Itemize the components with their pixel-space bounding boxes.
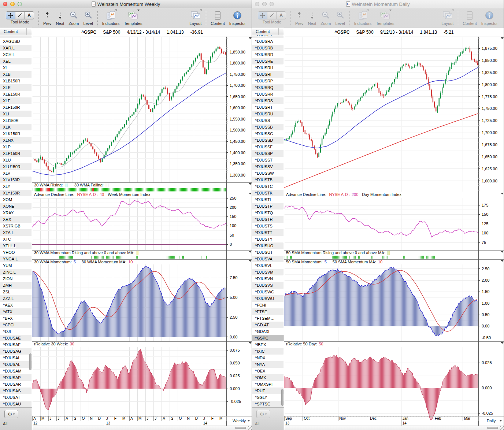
symbol-list[interactable]: ^XAGUSDXAR.LXCH.LXELXLXLBXLB150RXLEXLE15… bbox=[0, 35, 32, 407]
window-resize-grip[interactable] bbox=[248, 426, 252, 430]
symbol-row[interactable]: ZMH bbox=[0, 282, 32, 289]
symbol-row[interactable]: XLI bbox=[0, 111, 32, 117]
symbol-row[interactable]: ^DJUSAP bbox=[0, 374, 32, 381]
symbol-row[interactable]: XLF150R bbox=[0, 104, 32, 111]
horizontal-scrollbar[interactable] bbox=[284, 426, 504, 430]
symbol-row[interactable]: ^DJUSTL bbox=[252, 196, 284, 203]
chart-canvas[interactable]: 1,850.001,800.001,750.001,700.001,650.00… bbox=[32, 37, 252, 426]
symbol-row[interactable]: ^DJUSUT bbox=[252, 249, 284, 256]
symbol-row[interactable]: ^OMXSPI bbox=[252, 381, 284, 388]
tool-move-button[interactable] bbox=[258, 12, 267, 19]
symbol-row[interactable]: XCH.L bbox=[0, 51, 32, 58]
pane-menu-caret[interactable] bbox=[501, 251, 504, 253]
symbol-row[interactable]: ^GDAXI bbox=[252, 328, 284, 335]
symbol-row[interactable]: ^RUT bbox=[252, 388, 284, 394]
tool-text-button[interactable]: A bbox=[25, 12, 34, 19]
next-button[interactable]: Next bbox=[56, 10, 64, 26]
symbol-row[interactable]: ^DJUSAM bbox=[0, 368, 32, 374]
symbol-row[interactable]: XLB150R bbox=[0, 78, 32, 84]
symbol-row[interactable]: ^DJUSVN bbox=[252, 275, 284, 282]
symbol-row[interactable]: XLV150R bbox=[0, 177, 32, 183]
symbol-row[interactable]: ^OEX bbox=[252, 368, 284, 374]
inspector-button[interactable]: Inspector bbox=[229, 10, 246, 26]
indicators-button[interactable]: Indicators bbox=[102, 10, 120, 26]
symbol-row[interactable]: ^ATX bbox=[0, 308, 32, 315]
symbol-row[interactable]: ^SPTSC bbox=[252, 401, 284, 407]
symbol-row[interactable]: XLI150R bbox=[0, 117, 32, 124]
symbol-row[interactable]: YUM bbox=[0, 262, 32, 269]
symbol-row[interactable]: ^DJUSVL bbox=[252, 262, 284, 269]
symbol-row[interactable]: XLE150R bbox=[0, 91, 32, 97]
layout-button[interactable]: Layout bbox=[441, 10, 453, 26]
pane-menu-caret[interactable] bbox=[501, 342, 504, 344]
layout-button[interactable]: Layout bbox=[189, 10, 201, 26]
symbol-row[interactable]: ^SGLY bbox=[252, 394, 284, 401]
symbol-row[interactable]: ^DJUSTY bbox=[252, 236, 284, 242]
symbol-row[interactable]: XLP bbox=[0, 144, 32, 150]
action-menu-button[interactable]: ⚙ bbox=[256, 410, 270, 418]
symbol-row[interactable]: ^DJUSRD bbox=[252, 51, 284, 58]
title-bar[interactable]: Weinstein Momentum Daily bbox=[252, 0, 504, 8]
symbol-row[interactable]: XLP150R bbox=[0, 150, 32, 157]
symbol-row[interactable]: ^DJUSRQ bbox=[252, 84, 284, 91]
symbol-row[interactable]: ^DJUSSC bbox=[252, 130, 284, 137]
symbol-row[interactable]: ^DJUSSW bbox=[252, 170, 284, 177]
symbol-row[interactable]: ^DJUSPT bbox=[252, 35, 284, 38]
templates-button[interactable]: Templates bbox=[376, 10, 394, 26]
zoom-out-button[interactable]: Zoom bbox=[320, 10, 331, 26]
timeframe-dropdown[interactable]: Daily bbox=[479, 416, 504, 425]
symbol-row[interactable]: ^DJUSSV bbox=[252, 163, 284, 170]
symbol-row[interactable]: XRX bbox=[0, 216, 32, 223]
symbol-row[interactable]: ^DJUSAS bbox=[0, 388, 32, 394]
pane-menu-caret[interactable] bbox=[249, 183, 252, 185]
symbol-row[interactable]: ^BFX bbox=[0, 315, 32, 322]
sidebar-header[interactable]: Content bbox=[252, 28, 284, 35]
pane-menu-caret[interactable] bbox=[501, 193, 504, 194]
symbol-row[interactable]: ^DJUSTR bbox=[252, 216, 284, 223]
symbol-row[interactable]: ZZZ.L bbox=[0, 295, 32, 302]
symbol-row[interactable]: ZINC.L bbox=[0, 269, 32, 275]
symbol-row[interactable]: ^DJUSSD bbox=[252, 137, 284, 144]
pane-menu-caret[interactable] bbox=[249, 342, 252, 344]
tool-text-button[interactable]: A bbox=[277, 12, 286, 19]
symbol-row[interactable]: ^DJUSAU bbox=[0, 401, 32, 407]
symbol-row[interactable]: ^DJUSRT bbox=[252, 104, 284, 111]
symbol-list[interactable]: ^DJUSPT^DJUSRA^DJUSRB^DJUSRD^DJUSRE^DJUS… bbox=[252, 35, 284, 407]
symbol-row[interactable]: ^DJUSAG bbox=[0, 348, 32, 355]
symbol-row[interactable]: ^DJUSVS bbox=[252, 282, 284, 289]
inspector-button[interactable]: Inspector bbox=[481, 10, 498, 26]
sidebar-scrollbar-thumb[interactable] bbox=[281, 389, 284, 406]
symbol-row[interactable]: ^DJUSWC bbox=[252, 289, 284, 295]
symbol-row[interactable]: ^DJUSAR bbox=[0, 381, 32, 388]
symbol-row[interactable]: ^DJUSTS bbox=[252, 223, 284, 229]
window-resize-grip[interactable] bbox=[500, 426, 504, 430]
symbol-row[interactable]: ^DJUSTC bbox=[252, 183, 284, 190]
symbol-row[interactable]: ZSL bbox=[0, 289, 32, 295]
horizontal-scrollbar[interactable] bbox=[32, 426, 252, 430]
pane-menu-caret[interactable] bbox=[501, 260, 504, 262]
tool-line-button[interactable] bbox=[15, 12, 25, 19]
symbol-row[interactable]: XLU150R bbox=[0, 163, 32, 170]
content-button[interactable]: Content bbox=[463, 10, 477, 26]
symbol-row[interactable]: XONE bbox=[0, 203, 32, 210]
symbol-row[interactable]: ^CPCI bbox=[0, 322, 32, 328]
symbol-row[interactable]: XLF bbox=[0, 97, 32, 104]
symbol-row[interactable]: XLK bbox=[0, 124, 32, 130]
symbol-row[interactable]: ZION bbox=[0, 275, 32, 282]
symbol-row[interactable]: YHOO bbox=[0, 249, 32, 256]
symbol-row[interactable]: ^DJUSUO bbox=[252, 242, 284, 249]
symbol-row[interactable]: ^NDX bbox=[252, 355, 284, 361]
symbol-row[interactable]: ^DJUSRP bbox=[252, 78, 284, 84]
symbol-row[interactable]: ^DJUSRR bbox=[252, 91, 284, 97]
symbol-row[interactable]: XLU bbox=[0, 157, 32, 163]
chart-canvas[interactable]: 1,875.001,850.001,825.001,800.001,775.00… bbox=[284, 37, 504, 426]
symbol-row[interactable]: ^OMX bbox=[252, 374, 284, 381]
symbol-row[interactable]: ^IBEX bbox=[252, 341, 284, 348]
indicators-button[interactable]: Indicators bbox=[354, 10, 372, 26]
symbol-row[interactable]: XAGUSD bbox=[0, 38, 32, 45]
symbol-row[interactable]: XLK150R bbox=[0, 130, 32, 137]
symbol-row[interactable]: ^ bbox=[0, 35, 32, 38]
symbol-row[interactable]: ^DJUSAL bbox=[0, 361, 32, 368]
zoom-in-button[interactable]: Level bbox=[335, 10, 345, 26]
symbol-row[interactable]: ^FTSEM… bbox=[252, 315, 284, 322]
